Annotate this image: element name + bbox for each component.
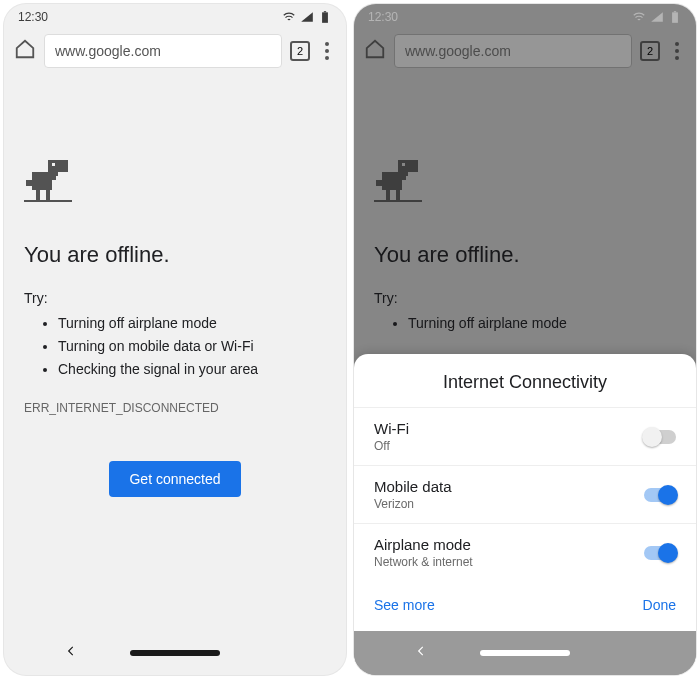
error-code: ERR_INTERNET_DISCONNECTED xyxy=(24,401,326,415)
tips-list: Turning off airplane mode xyxy=(408,312,676,335)
offline-heading: You are offline. xyxy=(374,242,676,268)
overflow-menu-icon[interactable] xyxy=(668,42,686,60)
tip-item: Checking the signal in your area xyxy=(58,358,326,381)
svg-rect-12 xyxy=(674,11,676,12)
android-navbar xyxy=(354,631,696,675)
try-label: Try: xyxy=(24,290,326,306)
status-icons xyxy=(632,10,682,24)
connectivity-sheet: Internet Connectivity Wi-Fi Off Mobile d… xyxy=(354,354,696,631)
svg-rect-5 xyxy=(32,172,52,190)
sheet-row-airplane-mode[interactable]: Airplane mode Network & internet xyxy=(354,523,696,581)
see-more-link[interactable]: See more xyxy=(374,597,435,613)
svg-rect-15 xyxy=(402,176,406,180)
svg-rect-6 xyxy=(26,180,32,186)
sheet-actions: See more Done xyxy=(354,581,696,631)
sheet-row-wifi[interactable]: Wi-Fi Off xyxy=(354,407,696,465)
svg-rect-9 xyxy=(52,163,55,166)
battery-icon xyxy=(318,10,332,24)
svg-rect-19 xyxy=(396,190,400,200)
url-text: www.google.com xyxy=(55,43,161,59)
phone-screen-left: 12:30 www.google.com 2 You are offline. … xyxy=(4,4,346,675)
back-button[interactable] xyxy=(414,644,428,662)
clock: 12:30 xyxy=(18,10,48,24)
sheet-title: Internet Connectivity xyxy=(354,354,696,407)
android-navbar xyxy=(4,631,346,675)
get-connected-button[interactable]: Get connected xyxy=(109,461,240,497)
done-button[interactable]: Done xyxy=(643,597,676,613)
status-bar: 12:30 xyxy=(4,4,346,30)
signal-icon xyxy=(300,10,314,24)
home-pill[interactable] xyxy=(130,650,220,656)
row-secondary: Verizon xyxy=(374,497,452,511)
home-icon[interactable] xyxy=(364,38,386,64)
row-primary: Airplane mode xyxy=(374,536,473,553)
row-secondary: Off xyxy=(374,439,409,453)
url-text: www.google.com xyxy=(405,43,511,59)
url-bar[interactable]: www.google.com xyxy=(44,34,282,68)
overflow-menu-icon[interactable] xyxy=(318,42,336,60)
back-button[interactable] xyxy=(64,644,78,662)
tab-switcher[interactable]: 2 xyxy=(290,41,310,61)
svg-rect-7 xyxy=(36,190,40,200)
svg-rect-16 xyxy=(382,172,402,190)
wifi-toggle[interactable] xyxy=(644,430,676,444)
home-icon[interactable] xyxy=(14,38,36,64)
dino-icon[interactable] xyxy=(24,156,326,208)
svg-rect-13 xyxy=(398,160,418,172)
svg-rect-1 xyxy=(324,11,326,12)
tip-item: Turning off airplane mode xyxy=(408,312,676,335)
dino-icon xyxy=(374,156,676,208)
browser-toolbar: www.google.com 2 xyxy=(4,30,346,76)
tips-list: Turning off airplane mode Turning on mob… xyxy=(58,312,326,381)
offline-heading: You are offline. xyxy=(24,242,326,268)
status-bar: 12:30 xyxy=(354,4,696,30)
row-primary: Wi-Fi xyxy=(374,420,409,437)
sheet-row-mobile-data[interactable]: Mobile data Verizon xyxy=(354,465,696,523)
svg-rect-21 xyxy=(374,200,422,202)
airplane-mode-toggle[interactable] xyxy=(644,546,676,560)
status-icons xyxy=(282,10,332,24)
home-pill[interactable] xyxy=(480,650,570,656)
svg-rect-2 xyxy=(48,160,68,172)
offline-page: You are offline. Try: Turning off airpla… xyxy=(4,76,346,497)
svg-rect-11 xyxy=(672,12,678,22)
clock: 12:30 xyxy=(368,10,398,24)
tab-count: 2 xyxy=(647,45,653,57)
battery-icon xyxy=(668,10,682,24)
offline-page: You are offline. Try: Turning off airpla… xyxy=(354,76,696,335)
mobile-data-toggle[interactable] xyxy=(644,488,676,502)
try-label: Try: xyxy=(374,290,676,306)
svg-rect-10 xyxy=(24,200,72,202)
tab-count: 2 xyxy=(297,45,303,57)
svg-rect-20 xyxy=(402,163,405,166)
row-primary: Mobile data xyxy=(374,478,452,495)
wifi-icon xyxy=(632,10,646,24)
signal-icon xyxy=(650,10,664,24)
svg-rect-4 xyxy=(52,176,56,180)
tab-switcher[interactable]: 2 xyxy=(640,41,660,61)
browser-toolbar: www.google.com 2 xyxy=(354,30,696,76)
tip-item: Turning on mobile data or Wi-Fi xyxy=(58,335,326,358)
svg-rect-0 xyxy=(322,12,328,22)
svg-rect-18 xyxy=(386,190,390,200)
tip-item: Turning off airplane mode xyxy=(58,312,326,335)
wifi-icon xyxy=(282,10,296,24)
phone-screen-right: 12:30 www.google.com 2 You are offline. … xyxy=(354,4,696,675)
url-bar[interactable]: www.google.com xyxy=(394,34,632,68)
svg-rect-17 xyxy=(376,180,382,186)
row-secondary: Network & internet xyxy=(374,555,473,569)
svg-rect-8 xyxy=(46,190,50,200)
